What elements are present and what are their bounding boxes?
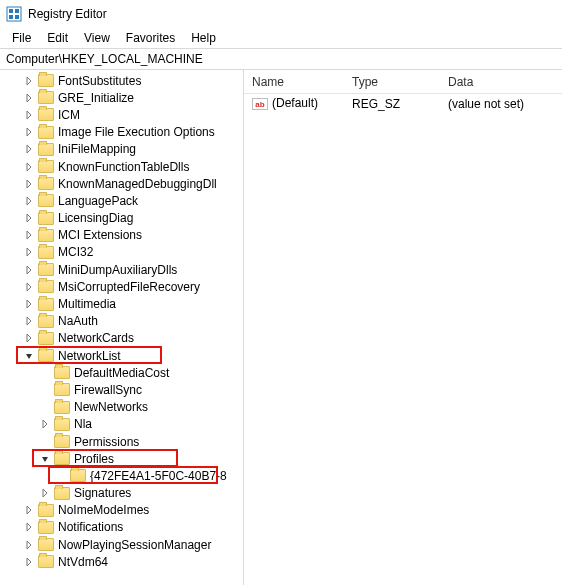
- chevron-right-icon[interactable]: [22, 263, 36, 277]
- tree-item[interactable]: LanguagePack: [0, 192, 243, 209]
- folder-icon: [38, 315, 54, 328]
- tree-item[interactable]: MCI32: [0, 244, 243, 261]
- tree-item-label: MCI32: [58, 245, 97, 259]
- folder-icon: [38, 332, 54, 345]
- tree-item-label: MsiCorruptedFileRecovery: [58, 280, 204, 294]
- tree-item[interactable]: NetworkList: [0, 347, 243, 364]
- address-text: Computer\HKEY_LOCAL_MACHINE: [6, 52, 203, 66]
- tree-item-label: MCI Extensions: [58, 228, 146, 242]
- chevron-right-icon[interactable]: [22, 142, 36, 156]
- chevron-right-icon[interactable]: [38, 417, 52, 431]
- col-header-type[interactable]: Type: [344, 75, 440, 89]
- tree-item[interactable]: Permissions: [0, 433, 243, 450]
- address-bar[interactable]: Computer\HKEY_LOCAL_MACHINE: [0, 48, 562, 70]
- col-header-data[interactable]: Data: [440, 75, 562, 89]
- folder-icon: [54, 401, 70, 414]
- chevron-right-icon[interactable]: [22, 520, 36, 534]
- tree-item[interactable]: Signatures: [0, 485, 243, 502]
- folder-icon: [38, 126, 54, 139]
- chevron-right-icon[interactable]: [22, 211, 36, 225]
- svg-rect-1: [9, 9, 13, 13]
- menu-file[interactable]: File: [4, 29, 39, 47]
- col-header-name[interactable]: Name: [244, 75, 344, 89]
- expander-none: [38, 366, 52, 380]
- folder-icon: [38, 246, 54, 259]
- tree-item[interactable]: Nla: [0, 416, 243, 433]
- tree-item-label: GRE_Initialize: [58, 91, 138, 105]
- window-title: Registry Editor: [28, 7, 107, 21]
- tree-item[interactable]: NoImeModeImes: [0, 502, 243, 519]
- chevron-right-icon[interactable]: [38, 486, 52, 500]
- chevron-right-icon[interactable]: [22, 297, 36, 311]
- tree-item[interactable]: Multimedia: [0, 295, 243, 312]
- folder-icon: [38, 212, 54, 225]
- tree-item[interactable]: Notifications: [0, 519, 243, 536]
- svg-rect-3: [9, 15, 13, 19]
- chevron-right-icon[interactable]: [22, 228, 36, 242]
- svg-text:ab: ab: [255, 100, 264, 109]
- chevron-right-icon[interactable]: [22, 314, 36, 328]
- expander-none: [38, 435, 52, 449]
- chevron-right-icon[interactable]: [22, 74, 36, 88]
- svg-rect-4: [15, 15, 19, 19]
- menu-favorites[interactable]: Favorites: [118, 29, 183, 47]
- list-pane[interactable]: Name Type Data ab (Default) REG_SZ (valu…: [244, 70, 562, 585]
- folder-icon: [38, 521, 54, 534]
- chevron-right-icon[interactable]: [22, 555, 36, 569]
- chevron-right-icon[interactable]: [22, 245, 36, 259]
- chevron-down-icon[interactable]: [38, 452, 52, 466]
- chevron-right-icon[interactable]: [22, 108, 36, 122]
- regedit-app-icon: [6, 6, 22, 22]
- tree-item[interactable]: NewNetworks: [0, 399, 243, 416]
- tree-item[interactable]: KnownFunctionTableDlls: [0, 158, 243, 175]
- folder-icon: [38, 74, 54, 87]
- tree-item[interactable]: DefaultMediaCost: [0, 364, 243, 381]
- tree-pane[interactable]: FontSubstitutesGRE_InitializeICMImage Fi…: [0, 70, 244, 585]
- tree-item[interactable]: NowPlayingSessionManager: [0, 536, 243, 553]
- chevron-right-icon[interactable]: [22, 538, 36, 552]
- tree-item-label: IniFileMapping: [58, 142, 140, 156]
- tree-item[interactable]: MCI Extensions: [0, 227, 243, 244]
- chevron-right-icon[interactable]: [22, 91, 36, 105]
- tree-item-label: Permissions: [74, 435, 143, 449]
- chevron-right-icon[interactable]: [22, 194, 36, 208]
- chevron-right-icon[interactable]: [22, 160, 36, 174]
- tree-item-label: NetworkCards: [58, 331, 138, 345]
- tree-item[interactable]: IniFileMapping: [0, 141, 243, 158]
- folder-icon: [38, 555, 54, 568]
- tree-item[interactable]: KnownManagedDebuggingDll: [0, 175, 243, 192]
- tree-item[interactable]: MsiCorruptedFileRecovery: [0, 278, 243, 295]
- tree-item[interactable]: Profiles: [0, 450, 243, 467]
- tree-item[interactable]: NetworkCards: [0, 330, 243, 347]
- menu-help[interactable]: Help: [183, 29, 224, 47]
- folder-icon: [70, 469, 86, 482]
- tree-item[interactable]: FirewallSync: [0, 381, 243, 398]
- chevron-right-icon[interactable]: [22, 177, 36, 191]
- cell-name: ab (Default): [244, 96, 344, 112]
- tree-item[interactable]: Image File Execution Options: [0, 124, 243, 141]
- list-row[interactable]: ab (Default) REG_SZ (value not set): [244, 94, 562, 114]
- folder-icon: [38, 349, 54, 362]
- tree-item[interactable]: NtVdm64: [0, 553, 243, 570]
- chevron-right-icon[interactable]: [22, 503, 36, 517]
- folder-icon: [38, 263, 54, 276]
- tree-item[interactable]: {472FE4A1-5F0C-40B7-8: [0, 467, 243, 484]
- tree-item[interactable]: FontSubstitutes: [0, 72, 243, 89]
- tree-item-label: Image File Execution Options: [58, 125, 219, 139]
- tree-item[interactable]: MiniDumpAuxiliaryDlls: [0, 261, 243, 278]
- tree-item[interactable]: NaAuth: [0, 313, 243, 330]
- chevron-down-icon[interactable]: [22, 349, 36, 363]
- chevron-right-icon[interactable]: [22, 280, 36, 294]
- tree-item-label: FirewallSync: [74, 383, 146, 397]
- expander-none: [38, 400, 52, 414]
- chevron-right-icon[interactable]: [22, 331, 36, 345]
- folder-icon: [54, 383, 70, 396]
- menu-view[interactable]: View: [76, 29, 118, 47]
- tree-item[interactable]: ICM: [0, 106, 243, 123]
- list-header[interactable]: Name Type Data: [244, 70, 562, 94]
- tree-item[interactable]: LicensingDiag: [0, 210, 243, 227]
- menu-edit[interactable]: Edit: [39, 29, 76, 47]
- chevron-right-icon[interactable]: [22, 125, 36, 139]
- tree-item[interactable]: GRE_Initialize: [0, 89, 243, 106]
- folder-icon: [38, 194, 54, 207]
